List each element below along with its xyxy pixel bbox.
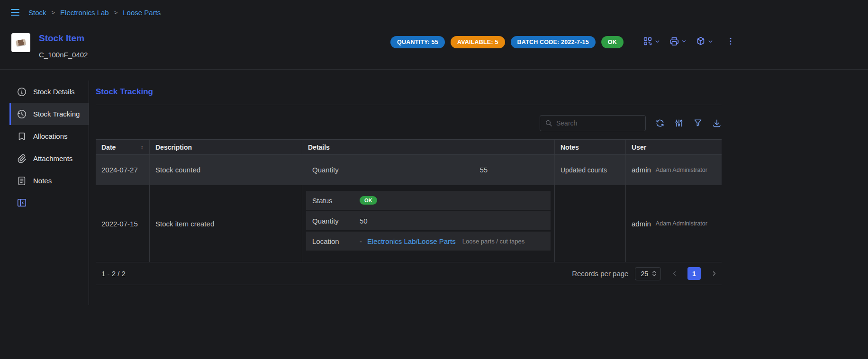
table-row: 2022-07-15 Stock item created Status OK … (96, 185, 722, 262)
qrcode-actions-icon (642, 36, 653, 46)
capacitor-image (16, 39, 26, 46)
column-header-description: Description (149, 140, 302, 154)
table-options-button[interactable] (674, 118, 684, 128)
details-subtable: Status OK Quantity 50 Location - Electro… (306, 191, 551, 251)
breadcrumb-link-stock[interactable]: Stock (28, 9, 46, 17)
dots-vertical-icon (726, 36, 735, 46)
history-icon (17, 109, 27, 119)
header-actions (642, 36, 735, 46)
sidebar-item-attachments[interactable]: Attachments (9, 147, 89, 170)
cell-description: Stock counted (149, 155, 302, 185)
table-row: 2024-07-27 Stock counted Quantity 55 Upd… (96, 155, 722, 185)
location-link[interactable]: Electronics Lab/Loose Parts (367, 237, 456, 245)
paperclip-icon (17, 153, 27, 164)
detail-key: Location (312, 237, 360, 245)
sort-icon[interactable]: ↕ (141, 144, 144, 151)
cell-date: 2024-07-27 (96, 155, 149, 185)
sidebar-collapse-icon (17, 197, 27, 208)
chevron-left-icon (671, 270, 678, 277)
notes-icon (17, 176, 27, 186)
status-badges: QUANTITY: 55 AVAILABLE: 5 BATCH CODE: 20… (390, 36, 624, 48)
column-header-date[interactable]: Date ↕ (96, 140, 149, 154)
previous-page-button[interactable] (668, 267, 681, 280)
detail-line-status: Status OK (306, 191, 551, 210)
location-prefix: - (360, 237, 362, 245)
page-1-button[interactable]: 1 (687, 267, 701, 280)
breadcrumb: Stock > Electronics Lab > Loose Parts (28, 9, 161, 17)
stock-item-thumbnail[interactable] (11, 33, 30, 52)
filter-button[interactable] (693, 118, 703, 128)
detail-line-location: Location - Electronics Lab/Loose Parts L… (306, 232, 551, 251)
sidebar-item-stock-details[interactable]: Stock Details (9, 81, 89, 103)
table-header-row: Date ↕ Description Details Notes User (96, 139, 722, 155)
menu-icon[interactable] (9, 7, 21, 18)
part-name: C_100nF_0402 (39, 51, 88, 59)
column-header-notes: Notes (554, 140, 625, 154)
breadcrumb-separator: > (52, 9, 55, 16)
column-header-details: Details (302, 140, 554, 154)
topbar: Stock > Electronics Lab > Loose Parts (0, 0, 868, 25)
info-circle-icon (17, 87, 27, 97)
sidebar-item-label: Allocations (33, 132, 68, 140)
more-options-button[interactable] (726, 36, 735, 46)
username: admin (632, 220, 651, 228)
table-toolbar (96, 115, 722, 131)
page-title: Stock Item (39, 33, 88, 44)
detail-line-quantity: Quantity 50 (306, 211, 551, 230)
next-page-button[interactable] (707, 267, 721, 280)
sidebar: Stock Details Stock Tracking Allocations… (9, 81, 89, 305)
column-header-user: User (625, 140, 722, 154)
sidebar-item-notes[interactable]: Notes (9, 170, 89, 192)
user-fullname: Adam Administrator (656, 167, 707, 173)
status-ok-chip: OK (360, 196, 377, 205)
print-actions-button[interactable] (669, 36, 687, 46)
table-footer: 1 - 2 / 2 Records per page 25 (96, 262, 722, 285)
record-range: 1 - 2 / 2 (101, 269, 126, 278)
records-per-page-select[interactable]: 25 (635, 267, 661, 280)
main-content: Stock Tracking (89, 81, 722, 285)
printer-icon (669, 36, 679, 46)
sidebar-item-label: Stock Details (33, 88, 75, 96)
section-title: Stock Tracking (96, 87, 722, 97)
search-input[interactable] (556, 119, 641, 127)
chevron-down-icon (707, 38, 714, 45)
select-carets-icon (652, 270, 657, 277)
search-box (540, 115, 646, 131)
detail-key: Quantity (312, 217, 360, 225)
detail-key: Status (312, 197, 360, 205)
stock-actions-button[interactable] (696, 36, 714, 46)
sidebar-collapse-button[interactable] (9, 197, 89, 208)
detail-value: 55 (419, 166, 549, 174)
page-body: Stock Details Stock Tracking Allocations… (0, 70, 868, 305)
page-header: Stock Item C_100nF_0402 QUANTITY: 55 AVA… (0, 25, 868, 70)
detail-value: 50 (360, 217, 368, 225)
sidebar-item-stock-tracking[interactable]: Stock Tracking (9, 103, 89, 125)
refresh-button[interactable] (655, 118, 665, 128)
stock-tracking-table: Date ↕ Description Details Notes User 20… (96, 139, 722, 285)
search-icon (545, 119, 552, 127)
barcode-actions-button[interactable] (642, 36, 660, 46)
cell-user: admin Adam Administrator (625, 155, 722, 185)
download-button[interactable] (712, 118, 722, 128)
divider (96, 105, 722, 105)
sidebar-item-label: Attachments (33, 154, 72, 162)
cell-details: Status OK Quantity 50 Location - Electro… (302, 185, 554, 262)
cell-notes (554, 185, 625, 262)
sidebar-item-allocations[interactable]: Allocations (9, 125, 89, 147)
stock-item-page: Stock > Electronics Lab > Loose Parts St… (0, 0, 868, 359)
status-ok-badge: OK (601, 36, 624, 48)
sidebar-item-label: Notes (33, 177, 52, 185)
cell-details: Quantity 55 (302, 155, 554, 185)
breadcrumb-link-loose-parts[interactable]: Loose Parts (123, 9, 161, 17)
detail-key: Quantity (312, 166, 419, 174)
records-per-page-label: Records per page (572, 269, 628, 278)
title-block: Stock Item C_100nF_0402 (39, 33, 88, 59)
breadcrumb-link-electronics-lab[interactable]: Electronics Lab (60, 9, 109, 17)
chevron-down-icon (654, 38, 660, 45)
username: admin (632, 166, 651, 174)
stock-actions-icon (696, 36, 706, 46)
batch-code-badge: BATCH CODE: 2022-7-15 (511, 36, 596, 48)
available-badge: AVAILABLE: 5 (451, 36, 505, 48)
quantity-badge: QUANTITY: 55 (390, 36, 445, 48)
pagination-controls: Records per page 25 1 (572, 267, 721, 280)
